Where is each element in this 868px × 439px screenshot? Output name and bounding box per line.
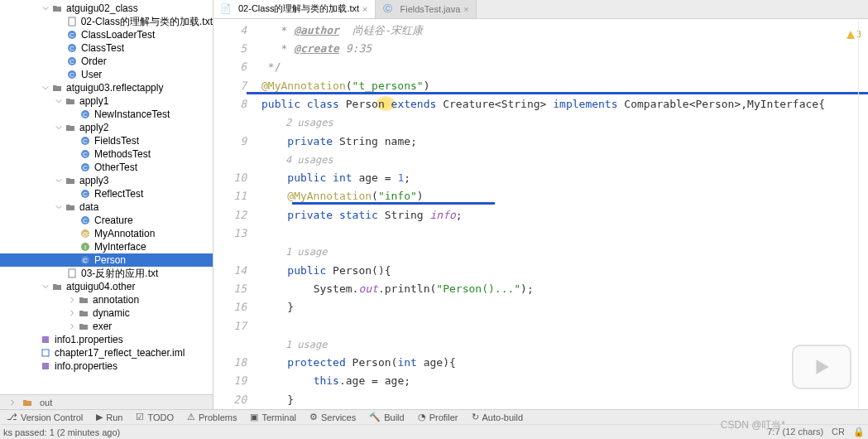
- line-ending[interactable]: CR: [832, 427, 845, 437]
- tree-class[interactable]: CCreature: [0, 214, 213, 227]
- tree-class[interactable]: CMethodsTest: [0, 147, 213, 161]
- tree-label: 03-反射的应用.txt: [81, 267, 158, 281]
- gutter: 45678 9 10111213 14151617 181920: [213, 19, 255, 409]
- tab-class-file[interactable]: 📄02-Class的理解与类的加载.txt×: [213, 0, 376, 18]
- folder-icon: [78, 294, 89, 306]
- chevron-down-icon: [53, 122, 65, 133]
- class-icon: C: [66, 55, 78, 67]
- svg-text:C: C: [83, 257, 88, 264]
- file-icon: [66, 16, 78, 27]
- svg-text:@: @: [82, 230, 89, 238]
- tree-folder[interactable]: atguigu02_class: [0, 2, 213, 15]
- chevron-down-icon: [40, 281, 51, 292]
- close-icon[interactable]: ×: [362, 4, 367, 14]
- lock-icon[interactable]: 🔒: [853, 427, 865, 437]
- tree-folder[interactable]: exer: [0, 320, 213, 333]
- chevron-down-icon: [53, 175, 65, 186]
- tab-build[interactable]: 🔨Build: [362, 412, 410, 422]
- tree-folder[interactable]: apply3: [0, 174, 213, 187]
- auto-icon: ↻: [472, 412, 479, 422]
- chevron-down-icon: [40, 82, 51, 94]
- tree-label: data: [79, 201, 98, 213]
- tree-folder[interactable]: atguigu03.reflectapply: [0, 81, 213, 94]
- tree-folder[interactable]: apply1: [0, 94, 213, 108]
- close-icon[interactable]: ×: [463, 4, 468, 14]
- tree-iml[interactable]: chapter17_reflect_teacher.iml: [0, 346, 213, 359]
- tab-auto-build[interactable]: ↻Auto-build: [465, 412, 530, 422]
- editor-panel: 📄02-Class的理解与类的加载.txt× ⒸFieldsTest.java×…: [213, 0, 868, 409]
- tree-class[interactable]: CUser: [0, 68, 213, 81]
- tree-class-person[interactable]: CPerson: [0, 253, 213, 267]
- tree-class[interactable]: COrder: [0, 55, 213, 68]
- class-icon: C: [79, 215, 91, 226]
- tree-folder[interactable]: data: [0, 200, 213, 214]
- scrollbar-track[interactable]: [858, 19, 868, 409]
- chevron-right-icon: [66, 321, 78, 332]
- tree-annotation[interactable]: @MyAnnotation: [0, 227, 213, 240]
- play-icon: [811, 356, 832, 378]
- tree-interface[interactable]: IMyInterface: [0, 240, 213, 253]
- tree-class[interactable]: COtherTest: [0, 161, 213, 174]
- tree-label: MethodsTest: [94, 148, 151, 160]
- tree-label: Order: [81, 55, 107, 67]
- tab-run[interactable]: ▶Run: [89, 412, 129, 422]
- tree-class[interactable]: CClassLoaderTest: [0, 28, 213, 41]
- tree-file[interactable]: 02-Class的理解与类的加载.txt: [0, 15, 213, 28]
- play-icon: ▶: [96, 412, 103, 422]
- tree-folder[interactable]: apply2: [0, 121, 213, 134]
- tree-label: atguigu02_class: [66, 2, 138, 14]
- tab-profiler[interactable]: ◔Profiler: [411, 412, 465, 422]
- annotation-icon: @: [79, 228, 91, 239]
- tree-class[interactable]: CFieldsTest: [0, 134, 213, 147]
- folder-icon: [22, 397, 33, 408]
- svg-text:C: C: [83, 191, 88, 198]
- tree-label: User: [81, 69, 102, 80]
- tree-label: NewInstanceTest: [94, 109, 170, 120]
- warning-icon: ⚠: [187, 412, 195, 422]
- chevron-right-icon: [66, 307, 78, 319]
- tab-todo[interactable]: ☑TODO: [129, 412, 180, 422]
- video-play-overlay[interactable]: [792, 345, 851, 389]
- tree-folder[interactable]: dynamic: [0, 306, 213, 320]
- tree-props[interactable]: info1.properties: [0, 333, 213, 346]
- code-editor[interactable]: 45678 9 10111213 14151617 181920 3 * @au…: [213, 19, 868, 409]
- tree-label: annotation: [93, 294, 139, 306]
- tab-version-control[interactable]: ⎇Version Control: [0, 412, 89, 422]
- chevron-right-icon: [66, 294, 78, 306]
- tree-label: ClassLoaderTest: [81, 29, 155, 41]
- tree-label: OtherTest: [94, 162, 137, 173]
- tree-folder[interactable]: atguigu04.other: [0, 280, 213, 293]
- tree-props[interactable]: info.properties: [0, 359, 213, 373]
- tab-terminal[interactable]: ▣Terminal: [243, 412, 303, 422]
- tab-fieldstest[interactable]: ⒸFieldsTest.java×: [376, 0, 477, 18]
- file-icon: 📄: [220, 3, 232, 15]
- code-area[interactable]: 3 * @author 尚硅谷-宋红康 * @create 9:35 */ @M…: [255, 19, 868, 409]
- tree-class[interactable]: CReflectTest: [0, 187, 213, 200]
- chevron-right-icon: [7, 397, 18, 408]
- properties-icon: [40, 360, 51, 372]
- tree-class[interactable]: CNewInstanceTest: [0, 108, 213, 121]
- class-icon: Ⓒ: [382, 3, 394, 15]
- project-tree-panel: atguigu02_class 02-Class的理解与类的加载.txt CCl…: [0, 0, 213, 409]
- tree-folder[interactable]: annotation: [0, 293, 213, 306]
- chevron-down-icon: [40, 2, 51, 14]
- svg-text:C: C: [83, 164, 88, 171]
- tree-label: info.properties: [55, 360, 117, 372]
- class-icon: C: [79, 148, 91, 160]
- project-tree[interactable]: atguigu02_class 02-Class的理解与类的加载.txt CCl…: [0, 0, 213, 394]
- tree-file[interactable]: 03-反射的应用.txt: [0, 267, 213, 280]
- folder-icon: [51, 281, 63, 292]
- tree-label: atguigu04.other: [66, 281, 135, 292]
- tab-services[interactable]: ⚙Services: [303, 412, 362, 422]
- out-folder-row[interactable]: out: [0, 394, 213, 409]
- status-left: ks passed: 1 (2 minutes ago): [3, 427, 120, 437]
- tree-label: apply2: [79, 122, 108, 133]
- tab-problems[interactable]: ⚠Problems: [180, 412, 243, 422]
- tree-class[interactable]: CClassTest: [0, 41, 213, 55]
- class-icon: C: [66, 29, 78, 41]
- interface-icon: I: [79, 241, 91, 253]
- chevron-down-icon: [53, 201, 65, 213]
- svg-text:C: C: [83, 151, 88, 158]
- class-icon: C: [66, 69, 78, 80]
- watermark-text: CSDN @叮当*: [721, 418, 785, 432]
